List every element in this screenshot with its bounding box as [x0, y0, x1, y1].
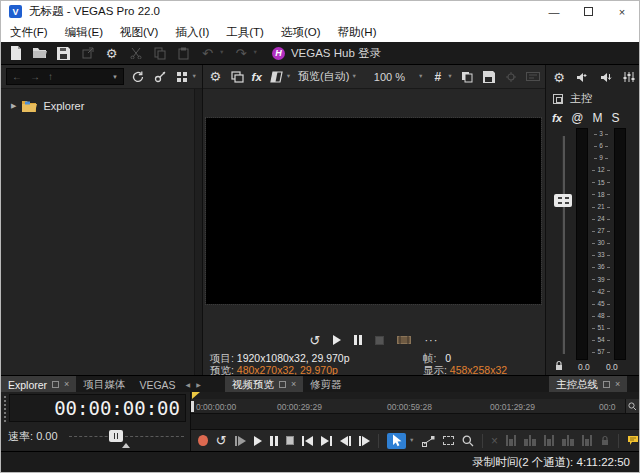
rate-slider-handle[interactable] — [109, 430, 123, 442]
expand-arrow-icon[interactable]: ▶ — [11, 102, 16, 110]
zoom-level-dropdown[interactable]: 100 % — [374, 71, 405, 83]
more-options-button[interactable]: ··· — [424, 335, 438, 346]
edit-tool-dropdown-icon[interactable]: ▼ — [409, 438, 414, 444]
redo-dropdown-icon[interactable]: ▼ — [252, 50, 257, 56]
tab-master-bus[interactable]: 主控总线 × — [549, 376, 627, 393]
cut-button[interactable] — [128, 46, 143, 61]
undo-button[interactable]: ↶ — [200, 46, 215, 61]
preview-quality-dropdown-icon[interactable]: ▼ — [351, 74, 356, 80]
close-tab-icon[interactable]: × — [615, 380, 620, 389]
pause-button[interactable] — [270, 436, 278, 446]
tab-video-preview[interactable]: 视频预览 × — [225, 376, 303, 393]
scrub-control-button[interactable] — [503, 69, 518, 84]
envelope-edit-tool-button[interactable] — [422, 435, 435, 447]
track-area[interactable] — [191, 414, 639, 429]
video-properties-button[interactable]: ⚙ — [208, 69, 223, 84]
bus-routing-icon[interactable] — [553, 94, 563, 104]
preview-quality-dropdown[interactable]: 预览(自动) — [298, 69, 349, 84]
refresh-button[interactable] — [131, 69, 146, 84]
insert-audio-bus-button[interactable] — [576, 70, 588, 85]
slide-tool-icon[interactable] — [562, 435, 574, 446]
stop-button[interactable] — [286, 436, 294, 445]
new-project-button[interactable] — [8, 46, 23, 61]
lock-icon[interactable] — [554, 360, 564, 371]
open-project-button[interactable] — [32, 46, 47, 61]
up-icon[interactable]: ↑ — [48, 72, 53, 82]
loop-playback-button[interactable]: ↺ — [216, 434, 227, 447]
selection-edit-tool-button[interactable] — [443, 436, 454, 445]
delete-button[interactable]: × — [491, 435, 498, 447]
float-window-icon[interactable] — [279, 381, 286, 388]
trim-start-tool-icon[interactable] — [506, 435, 516, 446]
menu-item[interactable]: 选项(O) — [281, 25, 321, 40]
play-button[interactable] — [254, 436, 262, 446]
tab-trimmer[interactable]: 修剪器 — [303, 376, 349, 393]
insert-fx-bus-button[interactable] — [600, 70, 612, 85]
marker-bar[interactable] — [191, 392, 639, 399]
menu-item[interactable]: 帮助(H) — [338, 25, 377, 40]
redo-button[interactable]: ↷ — [233, 46, 248, 61]
paste-button[interactable] — [176, 46, 191, 61]
properties-gear-button[interactable]: ⚙ — [104, 46, 119, 61]
float-window-icon[interactable] — [603, 381, 610, 388]
vegas-hub-login-button[interactable]: H VEGAS Hub 登录 — [272, 46, 381, 61]
tab-scroll-left-icon[interactable]: ◀ — [186, 381, 191, 388]
close-tab-icon[interactable]: × — [291, 380, 296, 389]
mute-button[interactable]: M — [592, 111, 602, 125]
tab-scroll-right-icon[interactable]: ▶ — [196, 381, 201, 388]
explorer-scrollbar[interactable] — [194, 89, 202, 375]
menu-item[interactable]: 工具(T) — [226, 25, 264, 40]
mixer-controls-button[interactable] — [623, 70, 635, 85]
tab-project-media[interactable]: 项目媒体 — [76, 376, 132, 393]
menu-item[interactable]: 插入(I) — [175, 25, 209, 40]
grid-overlay-button[interactable]: # — [431, 69, 446, 84]
copy-button[interactable] — [152, 46, 167, 61]
mixer-properties-button[interactable]: ⚙ — [553, 70, 565, 85]
ruler-zoom-corner[interactable] — [625, 399, 639, 413]
zoom-level-dropdown-icon[interactable]: ▼ — [418, 74, 423, 80]
rate-slider-track[interactable] — [69, 436, 184, 437]
timeline-cursor-marker[interactable] — [192, 392, 200, 399]
close-tab-icon[interactable]: × — [64, 380, 69, 389]
automation-icon[interactable]: @ — [571, 111, 583, 125]
go-to-end-button[interactable] — [321, 436, 332, 446]
external-monitor-button[interactable] — [230, 69, 245, 84]
close-button[interactable]: × — [605, 1, 639, 22]
go-to-start-button[interactable] — [302, 436, 313, 446]
time-ruler[interactable]: 0:00:00:0000:00:29:2900:00:59:2800:01:29… — [191, 399, 639, 414]
menu-item[interactable]: 文件(F) — [10, 25, 48, 40]
menu-item[interactable]: 视图(V) — [120, 25, 158, 40]
bus-fx-button[interactable]: fx — [552, 112, 562, 124]
record-button[interactable] — [198, 435, 208, 446]
address-bar[interactable]: ← → ↑ ▼ — [6, 68, 124, 85]
views-dropdown-icon[interactable]: ▼ — [192, 74, 197, 80]
previous-frame-button[interactable] — [340, 436, 351, 446]
trim-end-tool-icon[interactable] — [524, 435, 536, 446]
tab-explorer[interactable]: Explorer × — [1, 376, 76, 393]
pause-button[interactable] — [354, 335, 362, 345]
play-button[interactable] — [333, 335, 341, 345]
zoom-edit-tool-button[interactable] — [462, 435, 474, 447]
next-frame-button[interactable] — [359, 436, 370, 446]
loop-region-icon[interactable] — [397, 335, 411, 345]
video-frame[interactable] — [206, 118, 541, 304]
open-in-new-window-button[interactable] — [80, 46, 95, 61]
explorer-tree-item[interactable]: ▶ Explorer — [1, 89, 202, 112]
loop-playback-button[interactable]: ↺ — [310, 334, 321, 347]
current-timecode-display[interactable]: 00:00:00:00 — [9, 394, 186, 422]
save-project-button[interactable] — [56, 46, 71, 61]
lock-icon[interactable] — [600, 435, 610, 446]
shuffle-tool-icon[interactable] — [582, 435, 592, 446]
slip-tool-icon[interactable] — [544, 435, 554, 446]
marker-flag-icon[interactable] — [627, 435, 639, 446]
split-screen-dropdown-icon[interactable]: ▼ — [286, 74, 291, 80]
grid-overlay-dropdown-icon[interactable]: ▼ — [447, 74, 452, 80]
tab-vegas-hub[interactable]: VEGAS — [132, 376, 182, 393]
play-from-start-button[interactable] — [235, 436, 246, 446]
views-button[interactable] — [175, 69, 190, 84]
minimize-button[interactable]: — — [537, 1, 571, 22]
split-screen-button[interactable] — [269, 69, 284, 84]
volume-fader[interactable] — [551, 128, 575, 360]
back-icon[interactable]: ← — [12, 72, 22, 82]
solo-button[interactable]: S — [611, 111, 619, 125]
